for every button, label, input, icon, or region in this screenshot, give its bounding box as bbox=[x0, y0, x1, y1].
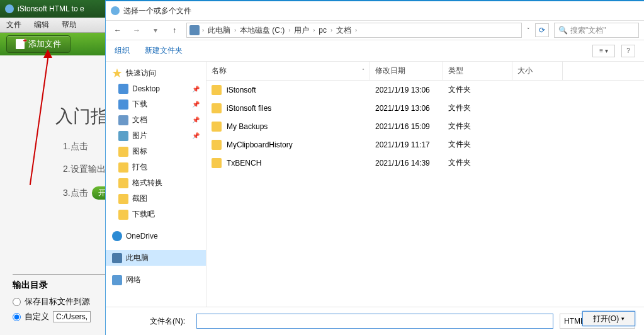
file-name: iStonsoft bbox=[227, 86, 256, 94]
file-type: 文件夹 bbox=[443, 154, 512, 172]
add-files-label: 添加文件 bbox=[28, 38, 61, 50]
add-files-button[interactable]: 添加文件 bbox=[6, 35, 71, 53]
newfolder-button[interactable]: 新建文件夹 bbox=[145, 45, 183, 56]
sidebar-item-label: 文档 bbox=[132, 115, 147, 125]
file-date: 2021/1/16 15:09 bbox=[370, 118, 443, 135]
pin-icon: 📌 bbox=[192, 86, 200, 93]
sidebar-item[interactable]: 截图 bbox=[106, 191, 206, 207]
sidebar-item[interactable]: 打包 bbox=[106, 159, 206, 175]
file-date: 2021/1/19 13:06 bbox=[370, 82, 443, 98]
file-name: iStonsoft files bbox=[227, 104, 271, 113]
file-size bbox=[512, 105, 563, 112]
pc-sidebar-icon bbox=[112, 253, 122, 263]
sidebar-item-label: 图片 bbox=[132, 130, 147, 141]
app-title: iStonsoft HTML to e bbox=[18, 4, 84, 13]
file-row[interactable]: My Backups2021/1/16 15:09文件夹 bbox=[206, 117, 644, 135]
dialog-titlebar: 选择一个或多个文件 bbox=[106, 1, 644, 20]
sidebar-item-label: 下载吧 bbox=[132, 209, 155, 220]
dropdown-caret-icon: ▾ bbox=[621, 315, 624, 322]
sidebar-onedrive[interactable]: OneDrive bbox=[106, 229, 206, 244]
refresh-button[interactable]: ⟳ bbox=[535, 23, 549, 37]
organize-button[interactable]: 组织 bbox=[115, 45, 130, 56]
file-row[interactable]: MyClipboardHistory2021/1/19 11:17文件夹 bbox=[206, 135, 644, 154]
bc-2[interactable]: 用户 bbox=[293, 25, 310, 36]
menu-help[interactable]: 帮助 bbox=[55, 20, 83, 30]
folder-icon bbox=[118, 162, 128, 173]
sidebar: 快速访问 Desktop📌下载📌文档📌图片📌图标打包格式转换截图下载吧 OneD… bbox=[106, 62, 206, 307]
dialog-bottom: 文件名(N): HTML or HTM files(* bbox=[106, 307, 644, 335]
pc-icon bbox=[189, 25, 200, 35]
folder-icon bbox=[118, 84, 128, 94]
sidebar-item[interactable]: Desktop📌 bbox=[106, 81, 206, 96]
app-globe-icon bbox=[5, 4, 14, 13]
folder-icon bbox=[118, 210, 128, 220]
file-name: My Backups bbox=[227, 122, 268, 131]
sidebar-quick-access[interactable]: 快速访问 bbox=[106, 65, 206, 81]
radio-source[interactable] bbox=[13, 298, 21, 306]
radio-custom[interactable] bbox=[13, 313, 21, 321]
file-type: 文件夹 bbox=[443, 81, 512, 99]
open-button[interactable]: 打开(O) ▾ bbox=[582, 311, 635, 326]
sidebar-item[interactable]: 下载吧 bbox=[106, 207, 206, 222]
sidebar-item[interactable]: 下载📌 bbox=[106, 96, 206, 112]
file-name: MyClipboardHistory bbox=[227, 140, 293, 149]
onedrive-label: OneDrive bbox=[126, 232, 158, 241]
help-button[interactable]: ? bbox=[621, 45, 635, 57]
pin-icon: 📌 bbox=[192, 101, 200, 108]
file-date: 2021/1/19 13:06 bbox=[370, 100, 443, 116]
col-date[interactable]: 修改日期 bbox=[370, 62, 443, 80]
network-icon bbox=[112, 275, 122, 285]
step3-text: 3.点击 bbox=[63, 188, 88, 199]
menu-file[interactable]: 文件 bbox=[0, 20, 28, 30]
col-size[interactable]: 大小 bbox=[512, 62, 563, 80]
nav-recent-icon[interactable]: ▾ bbox=[149, 23, 162, 37]
sidebar-item-label: 格式转换 bbox=[132, 178, 162, 188]
sidebar-network[interactable]: 网络 bbox=[106, 272, 206, 288]
sidebar-thispc[interactable]: 此电脑 bbox=[106, 250, 206, 266]
folder-icon bbox=[212, 140, 222, 150]
bc-0[interactable]: 此电脑 bbox=[206, 25, 232, 36]
file-date: 2021/1/16 14:39 bbox=[370, 155, 443, 171]
search-input[interactable]: 🔍 搜索"文档" bbox=[554, 23, 639, 38]
col-type[interactable]: 类型 bbox=[443, 62, 512, 80]
sidebar-item-label: 打包 bbox=[132, 162, 147, 173]
file-row[interactable]: TxBENCH2021/1/16 14:39文件夹 bbox=[206, 154, 644, 172]
file-row[interactable]: iStonsoft files2021/1/19 13:06文件夹 bbox=[206, 99, 644, 117]
bc-3[interactable]: pc bbox=[317, 26, 328, 35]
bc-4[interactable]: 文档 bbox=[335, 25, 353, 36]
output-opt1-label: 保存目标文件到源 bbox=[25, 296, 90, 307]
menu-edit[interactable]: 编辑 bbox=[28, 20, 55, 30]
folder-icon bbox=[118, 147, 128, 157]
breadcrumb[interactable]: › 此电脑 › 本地磁盘 (C:) › 用户 › pc › 文档 › bbox=[186, 23, 522, 38]
col-name[interactable]: 名称 ˄ bbox=[206, 62, 370, 80]
file-row[interactable]: iStonsoft2021/1/19 13:06文件夹 bbox=[206, 81, 644, 99]
filename-input[interactable] bbox=[196, 314, 553, 329]
folder-icon bbox=[118, 194, 128, 204]
folder-icon bbox=[118, 115, 128, 125]
bc-sep: › bbox=[202, 27, 204, 33]
file-type: 文件夹 bbox=[443, 117, 512, 135]
output-path-box[interactable]: C:/Users, bbox=[53, 311, 91, 322]
pin-icon: 📌 bbox=[192, 116, 200, 123]
sidebar-item[interactable]: 图标 bbox=[106, 144, 206, 159]
quick-label: 快速访问 bbox=[126, 68, 156, 79]
onedrive-icon bbox=[112, 231, 122, 241]
nav-up-icon[interactable]: ↑ bbox=[167, 23, 181, 37]
sidebar-item-label: Desktop bbox=[132, 84, 160, 93]
search-placeholder: 搜索"文档" bbox=[570, 25, 606, 36]
output-opt2-label: 自定义 bbox=[25, 311, 49, 322]
nav-forward-icon[interactable]: → bbox=[130, 23, 144, 37]
nav-back-icon[interactable]: ← bbox=[111, 23, 125, 37]
file-list: 名称 ˄ 修改日期 类型 大小 iStonsoft2021/1/19 13:06… bbox=[206, 62, 644, 307]
breadcrumb-dropdown-icon[interactable]: ˅ bbox=[527, 27, 530, 33]
dialog-title: 选择一个或多个文件 bbox=[123, 6, 191, 16]
sidebar-item-label: 下载 bbox=[132, 99, 147, 110]
sidebar-item[interactable]: 文档📌 bbox=[106, 112, 206, 128]
view-mode-button[interactable]: ≡ ▾ bbox=[592, 45, 615, 57]
folder-icon bbox=[212, 122, 222, 132]
bc-1[interactable]: 本地磁盘 (C:) bbox=[239, 25, 286, 36]
star-icon bbox=[112, 69, 122, 79]
sidebar-item[interactable]: 格式转换 bbox=[106, 175, 206, 191]
sidebar-item[interactable]: 图片📌 bbox=[106, 128, 206, 144]
add-file-icon bbox=[16, 39, 25, 49]
